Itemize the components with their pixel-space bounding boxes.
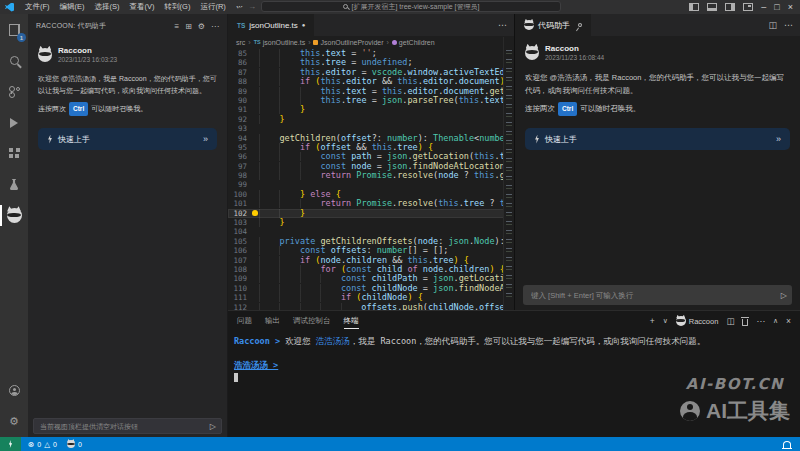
send-icon[interactable]: ▷: [210, 422, 221, 431]
testing-icon: [10, 179, 19, 190]
assistant-chat-input[interactable]: [523, 291, 781, 300]
code-line-89[interactable]: 89 this.text = this.editor.document.getT…: [228, 87, 514, 96]
breadcrumb-item[interactable]: JsonOutlineProvider: [313, 39, 383, 46]
panel-tab-调试控制台[interactable]: 调试控制台: [293, 311, 331, 331]
breadcrumb-item[interactable]: getChildren: [392, 39, 435, 46]
more-actions-icon[interactable]: ⋯: [211, 22, 219, 31]
panel-tab-问题[interactable]: 问题: [237, 311, 252, 331]
line-number: 96: [228, 152, 250, 161]
panel-tab-终端[interactable]: 终端: [344, 311, 359, 331]
more-actions-icon[interactable]: ⋯: [756, 316, 765, 326]
nav-back-icon[interactable]: ←: [235, 2, 243, 11]
code-line-111[interactable]: 111 if (childNode) {: [228, 293, 514, 302]
code-line-105[interactable]: 105 private getChildrenOffsets(node: jso…: [228, 237, 514, 246]
code-line-93[interactable]: 93: [228, 124, 514, 133]
sidebar-chat-input[interactable]: [34, 423, 210, 430]
code-line-85[interactable]: 85 this.text = '';: [228, 49, 514, 58]
code-line-97[interactable]: 97 const node = json.findNodeAtLocation(…: [228, 162, 514, 171]
code-line-108[interactable]: 108 for (const child of node.children) {: [228, 265, 514, 274]
ctrl-keycap: Ctrl: [558, 102, 577, 116]
minimize-button[interactable]: –: [761, 3, 766, 12]
code-line-90[interactable]: 90 this.tree = json.parseTree(this.text)…: [228, 96, 514, 105]
menu-item-1[interactable]: 编辑(E): [55, 2, 90, 12]
line-number: 101: [228, 199, 250, 208]
remote-indicator[interactable]: [0, 437, 21, 451]
sidebar-title: RACCOON: 代码助手: [36, 21, 106, 31]
code-line-107[interactable]: 107 if (node.children && this.tree) {: [228, 256, 514, 265]
quickstart-button[interactable]: 快速上手 »: [525, 128, 790, 150]
settings-gear-icon[interactable]: ⚙: [198, 22, 205, 31]
code-line-88[interactable]: 88 if (this.editor && this.editor.docume…: [228, 77, 514, 86]
close-panel-icon[interactable]: ×: [786, 316, 791, 326]
code-line-112[interactable]: 112 offsets.push(childNode.offset);: [228, 303, 514, 310]
menu-item-2[interactable]: 选择(S): [90, 2, 125, 12]
clear-chat-icon[interactable]: ≡: [174, 22, 179, 31]
code-line-104[interactable]: 104: [228, 227, 514, 236]
customize-layout-icon[interactable]: [743, 3, 753, 11]
code-line-101[interactable]: 101 return Promise.resolve(this.tree ? t…: [228, 199, 514, 208]
code-line-95[interactable]: 95 if (offset && this.tree) {: [228, 143, 514, 152]
toggle-panel-icon[interactable]: [707, 3, 717, 11]
code-line-96[interactable]: 96 const path = json.getLocation(this.te…: [228, 152, 514, 161]
problems-status[interactable]: ⊗ 0 △ 0: [21, 440, 57, 449]
code-line-91[interactable]: 91 }: [228, 105, 514, 114]
code-line-103[interactable]: 103 }: [228, 218, 514, 227]
tab-assistant[interactable]: 代码助手: [515, 14, 591, 36]
more-actions-icon[interactable]: ⋯: [498, 20, 507, 30]
tab-jsonoutline[interactable]: TS jsonOutline.ts ●: [228, 14, 314, 36]
code-line-99[interactable]: 99: [228, 180, 514, 189]
line-number: 111: [228, 293, 250, 302]
code-line-109[interactable]: 109 const childPath = json.getLocation(t…: [228, 274, 514, 283]
accounts-button[interactable]: [0, 375, 28, 406]
code-line-100[interactable]: 100 } else {: [228, 190, 514, 199]
activity-source-control[interactable]: [0, 76, 28, 107]
panel-tab-输出[interactable]: 输出: [265, 311, 280, 331]
toggle-sidebar-icon[interactable]: [689, 3, 699, 11]
activity-extensions[interactable]: [0, 138, 28, 169]
lightbulb-icon[interactable]: [250, 209, 259, 218]
code-line-92[interactable]: 92 }: [228, 115, 514, 124]
close-button[interactable]: ×: [788, 3, 793, 12]
titlebar-center: ← → [扩展开发宿主] tree-view-sample [管理员]: [235, 1, 561, 12]
more-actions-icon[interactable]: ⋯: [784, 20, 793, 30]
menu-item-5[interactable]: 运行(R): [195, 2, 230, 12]
maximize-button[interactable]: □: [774, 3, 779, 12]
terminal-dropdown-icon[interactable]: ∨: [663, 317, 668, 325]
code-line-110[interactable]: 110 const childNode = json.findNodeAtLoc…: [228, 284, 514, 293]
activity-search[interactable]: [0, 45, 28, 76]
activity-run-debug[interactable]: [0, 107, 28, 138]
code-line-94[interactable]: 94 getChildren(offset?: number): Thenabl…: [228, 134, 514, 143]
new-terminal-icon[interactable]: +: [650, 316, 655, 326]
code-line-102[interactable]: 102 }: [228, 209, 514, 218]
maximize-panel-icon[interactable]: ∧: [773, 317, 778, 325]
code-line-98[interactable]: 98 return Promise.resolve(node ? this.ge…: [228, 171, 514, 180]
activity-testing[interactable]: [0, 169, 28, 200]
split-editor-icon[interactable]: ◫: [768, 20, 777, 30]
send-icon[interactable]: ▷: [781, 291, 792, 300]
split-terminal-icon[interactable]: ◫: [726, 316, 734, 326]
terminal-line: [234, 347, 800, 359]
nav-forward-icon[interactable]: →: [248, 2, 256, 11]
breadcrumb-item[interactable]: TSjsonOutline.ts: [254, 39, 305, 46]
code-editor[interactable]: 85 this.text = '';86 this.tree = undefin…: [228, 48, 514, 310]
command-center[interactable]: [扩展开发宿主] tree-view-sample [管理员]: [261, 1, 561, 12]
manage-button[interactable]: ⚙: [0, 406, 28, 437]
raccoon-status[interactable]: 0: [67, 440, 82, 448]
code-line-86[interactable]: 86 this.tree = undefined;: [228, 58, 514, 67]
breadcrumb-item[interactable]: src: [236, 39, 245, 46]
minimap[interactable]: [503, 37, 514, 310]
notifications-bell-icon[interactable]: [783, 441, 791, 448]
menu-item-4[interactable]: 转到(G): [160, 2, 196, 12]
code-line-106[interactable]: 106 const offsets: number[] = [];: [228, 246, 514, 255]
menu-item-3[interactable]: 查看(V): [125, 2, 160, 12]
kill-terminal-icon[interactable]: [742, 319, 748, 326]
extensions-icon: [9, 148, 20, 159]
quickstart-button[interactable]: 快速上手 »: [38, 128, 217, 150]
new-chat-icon[interactable]: ⊞: [185, 22, 192, 31]
menu-item-0[interactable]: 文件(F): [20, 2, 55, 12]
toggle-secondary-sidebar-icon[interactable]: [725, 3, 735, 11]
terminal-selector[interactable]: Raccoon: [676, 316, 719, 326]
activity-explorer[interactable]: 1: [0, 14, 28, 45]
activity-raccoon[interactable]: [0, 200, 28, 231]
code-line-87[interactable]: 87 this.editor = vscode.window.activeTex…: [228, 68, 514, 77]
